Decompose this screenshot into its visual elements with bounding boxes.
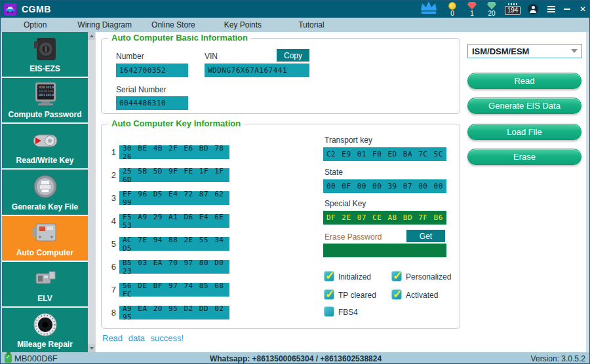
serial-number-label: Serial Number — [116, 85, 167, 94]
status-message: Read data success! — [102, 333, 184, 343]
state-field[interactable]: 00 0F 00 00 39 07 00 00 — [323, 179, 446, 193]
car-icon — [5, 6, 15, 13]
checkbox-initialized[interactable] — [324, 271, 334, 282]
sidebar-item-eis-ezs[interactable]: EIS-EZS — [2, 32, 88, 77]
key-row-index: 3 — [107, 193, 116, 203]
sidebar-item-mileage-repair[interactable]: Mileage Repair — [2, 308, 88, 352]
key-row-index: 5 — [107, 239, 116, 249]
load-file-button[interactable]: Load File — [467, 124, 581, 140]
transport-key-field[interactable]: C2 E9 01 F0 ED BA 7C 5C — [323, 147, 446, 161]
checkbox-initialized-label: Initialized — [338, 272, 371, 282]
close-button[interactable]: ✕ — [575, 1, 590, 18]
number-label: Number — [116, 52, 144, 61]
key-row-field-2[interactable]: 25 5B 5D 9F FE 1F 1F 6D — [119, 168, 229, 182]
generate-eis-data-button[interactable]: Generate EIS Data — [467, 98, 581, 114]
special-key-field[interactable]: DF 2E 07 CE A8 BD 7F B6 — [323, 211, 446, 225]
sidebar-item-generate-key-file[interactable]: Generate Key File — [2, 170, 88, 214]
key-row-field-8[interactable]: A9 EA 20 95 D2 DD 02 95 — [119, 306, 229, 319]
whatsapp-contact: Whatsapp: +8613500065304 / +861360253882… — [1, 354, 590, 363]
emerald-count: 20 — [488, 10, 495, 17]
erase-password-field[interactable] — [323, 244, 446, 257]
number-field[interactable]: 1642700352 — [116, 64, 188, 77]
ecu-icon — [30, 220, 60, 247]
checkbox-activated[interactable] — [391, 289, 402, 300]
key-row-field-1[interactable]: 30 BE 4B 2F E6 BD 78 26 — [119, 145, 229, 159]
elv-module-icon — [30, 266, 60, 292]
module-select[interactable]: ISM/DSM/ESM — [467, 44, 582, 58]
app-window: CGMB 0 1 20 194 — [0, 0, 590, 364]
scroll-down-icon[interactable] — [88, 344, 95, 352]
minimize-icon — [564, 9, 570, 10]
sidebar-item-compute-password[interactable]: 0101010 1010101 0011010 Compute Password — [2, 78, 88, 122]
ruby-icon — [467, 2, 477, 10]
menu-item-option[interactable]: Option — [24, 20, 47, 29]
special-key-label: Special Key — [324, 199, 366, 208]
svg-text:0011010: 0011010 — [39, 93, 54, 97]
device-connected-icon — [5, 354, 12, 363]
window-title: CGMB — [22, 4, 51, 14]
key-row-index: 7 — [107, 285, 116, 295]
basic-info-title: Auto Computer Basic Information — [108, 33, 251, 43]
key-info-title: Auto Computer Key Information — [108, 118, 244, 128]
erase-password-label: Erase Password — [324, 232, 382, 242]
menu-bar: Option Wiring Diagram Online Store Key P… — [1, 18, 590, 32]
state-label: State — [324, 168, 343, 177]
title-bar: CGMB 0 1 20 194 — [1, 1, 590, 18]
get-button[interactable]: Get — [406, 230, 445, 242]
sidebar-item-elv[interactable]: ELV — [2, 262, 88, 306]
checkbox-fbs4[interactable] — [324, 306, 334, 317]
account-icon[interactable] — [528, 4, 538, 14]
ignition-lock-icon — [31, 36, 60, 64]
key-row-index: 2 — [107, 170, 116, 180]
sidebar-scrollbar[interactable] — [88, 32, 95, 352]
serial-number-field[interactable]: 0044486310 — [116, 96, 188, 110]
erase-button[interactable]: Erase — [467, 149, 581, 165]
menu-item-tutorial[interactable]: Tutorial — [298, 20, 324, 29]
car-key-icon — [30, 128, 60, 154]
read-button[interactable]: Read — [467, 73, 581, 89]
key-row-index: 4 — [107, 216, 116, 226]
sidebar-item-auto-computer[interactable]: Auto Computer — [2, 216, 88, 261]
vin-field[interactable]: WDDNG76X67A167441 — [205, 64, 309, 77]
scroll-up-icon[interactable] — [88, 32, 95, 40]
key-info-group: Auto Computer Key Information 1 30 BE 4B… — [101, 124, 460, 329]
key-row-field-6[interactable]: B5 03 EA 70 97 80 D0 23 — [119, 260, 229, 274]
menu-item-key-points[interactable]: Key Points — [224, 20, 262, 29]
ruby-counter: 1 — [462, 2, 482, 17]
menu-item-wiring-diagram[interactable]: Wiring Diagram — [77, 20, 132, 29]
key-row-field-4[interactable]: F5 A9 29 A1 D6 E4 6E 53 — [119, 214, 229, 228]
version-label: Version: 3.0.5.2 — [531, 354, 585, 363]
coin-count: 0 — [450, 10, 454, 17]
module-select-value: ISM/DSM/ESM — [472, 46, 529, 56]
key-file-printer-icon — [31, 173, 60, 201]
menu-item-online-store[interactable]: Online Store — [151, 20, 195, 29]
checkbox-personalized[interactable] — [391, 271, 402, 282]
key-row-field-3[interactable]: EF 96 D5 E4 72 87 62 99 — [119, 191, 229, 205]
checkbox-tp-cleared-label: TP cleared — [338, 291, 376, 300]
sidebar: EIS-EZS 0101010 1010101 0011010 Compute … — [2, 32, 88, 352]
minimize-button[interactable] — [559, 1, 575, 18]
transport-key-label: Transport key — [324, 136, 372, 145]
key-row-field-7[interactable]: 56 DE BF 97 74 85 68 FC — [119, 283, 229, 297]
emerald-counter: 20 — [482, 2, 502, 17]
basic-info-group: Auto Computer Basic Information Number 1… — [101, 38, 460, 114]
odometer-gauge-icon — [31, 312, 60, 339]
copy-button[interactable]: Copy — [277, 49, 309, 62]
key-row-index: 8 — [107, 308, 116, 318]
key-row-field-5[interactable]: AC 7E 94 88 2E 55 34 D5 — [119, 237, 229, 251]
checkbox-personalized-label: Personalized — [406, 272, 451, 282]
points-count: 194 — [505, 6, 521, 15]
hamburger-icon — [547, 6, 555, 12]
sidebar-item-read-write-key[interactable]: Read/Write Key — [2, 124, 88, 168]
emerald-icon — [487, 2, 496, 10]
key-row-index: 6 — [107, 262, 116, 272]
ruby-count: 1 — [470, 10, 474, 17]
app-logo-icon — [4, 3, 16, 16]
coin-counter: 0 — [442, 2, 462, 17]
checkbox-tp-cleared[interactable] — [324, 289, 334, 300]
coin-icon — [448, 2, 456, 10]
points-counter-icon: 194 — [502, 3, 524, 15]
crown-icon — [419, 1, 439, 18]
binary-monitor-icon: 0101010 1010101 0011010 — [31, 82, 60, 108]
menu-button[interactable] — [543, 1, 559, 18]
